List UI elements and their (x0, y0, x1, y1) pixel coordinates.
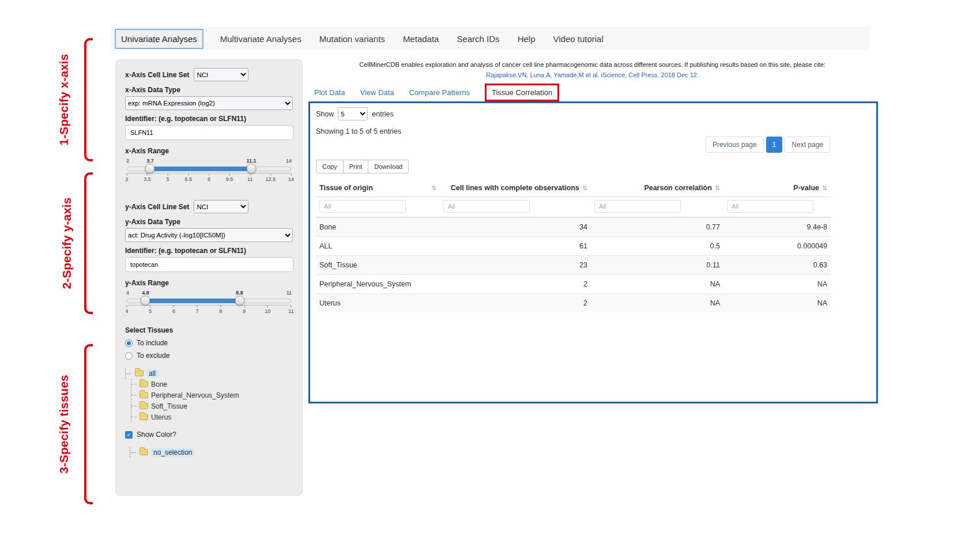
cell-tissue: Bone (316, 218, 440, 236)
folder-icon (140, 403, 148, 409)
page-number-button[interactable]: 1 (766, 137, 783, 153)
folder-icon (135, 370, 144, 376)
x-range-min: 2 (126, 158, 129, 164)
tick-label: 5 (149, 305, 152, 314)
citation-link[interactable]: Rajapakse.VN, Luna.A, Yamade.M et al. iS… (311, 71, 873, 78)
filter-input-cell-lines[interactable] (443, 200, 530, 213)
folder-icon (140, 414, 148, 420)
tree-item-bone-label: Bone (151, 380, 167, 388)
cell-count: 2 (440, 275, 591, 293)
filter-input-pearson[interactable] (594, 200, 681, 213)
y-range-low-value: 4.8 (142, 290, 149, 296)
tab-tissue-correlation[interactable]: Tissue Correlation (485, 84, 559, 101)
showing-entries-text: Showing 1 to 5 of 5 entries (316, 127, 401, 135)
y-cell-line-set-label: y-Axis Cell Line Set (125, 203, 189, 211)
table-row[interactable]: Soft_Tissue 23 0.11 0.63 (316, 255, 831, 274)
tree-item-soft-tissue[interactable]: Soft_Tissue (131, 401, 293, 412)
annotation-step2-label: 2-Specify y-axis (60, 198, 74, 289)
tab-plot-data[interactable]: Plot Data (314, 88, 345, 97)
y-range-min: 4 (126, 290, 129, 296)
annotation-bracket-2 (84, 172, 93, 314)
radio-to-exclude[interactable]: To exclude (125, 352, 293, 360)
folder-icon (140, 392, 148, 398)
tree-item-no-selection[interactable]: no_selection (130, 447, 293, 458)
tab-compare-patterns[interactable]: Compare Patterns (409, 88, 470, 97)
y-cell-line-set-select[interactable]: NCI (194, 200, 248, 213)
column-header-pvalue[interactable]: P-value ⇅ (723, 179, 831, 197)
x-slider-handle-low[interactable] (145, 164, 155, 173)
column-header-tissue[interactable]: Tissue of origin ⇅ (316, 179, 440, 197)
entries-count-select[interactable]: 5 (338, 107, 368, 120)
y-identifier-input[interactable] (125, 257, 293, 272)
tree-item-peripheral-nervous-system[interactable]: Peripheral_Nervous_System (131, 390, 293, 401)
annotation-step1-label: 1-Specify x-axis (57, 54, 71, 146)
nav-tab-video-tutorial[interactable]: Video tutorial (552, 30, 604, 48)
column-header-pearson[interactable]: Pearson correlation ⇅ (591, 179, 723, 197)
print-button[interactable]: Print (343, 160, 369, 173)
sort-icon[interactable]: ⇅ (582, 184, 587, 192)
filter-input-tissue[interactable] (319, 200, 406, 213)
table-row[interactable]: Bone 34 0.77 9.4e-8 (316, 217, 831, 236)
tick-label: 11 (288, 305, 293, 314)
x-range-slider[interactable]: 2 3.7 11.1 14 2 3.5 5 6.5 8 9.5 11 12.5 … (127, 167, 291, 171)
copy-button[interactable]: Copy (316, 160, 344, 173)
tick-label: 4 (125, 305, 128, 314)
x-identifier-label: Identifier: (e.g. topotecan or SLFN11) (125, 115, 293, 123)
cell-pvalue: 9.4e-8 (723, 218, 831, 236)
tree-item-pns-label: Peripheral_Nervous_System (151, 391, 239, 399)
y-data-type-select[interactable]: act: Drug Activity (-log10[IC50M]) (125, 228, 293, 242)
top-navigation: Univariate Analyses Multivariate Analyse… (111, 27, 869, 50)
nav-tab-univariate-analyses[interactable]: Univariate Analyses (115, 29, 203, 49)
x-cell-line-set-select[interactable]: NCI (194, 68, 248, 81)
x-slider-fill (150, 167, 251, 171)
tree-item-all[interactable]: all (125, 368, 293, 379)
tick-label: 7 (196, 305, 199, 314)
tree-item-uterus[interactable]: Uterus (131, 412, 293, 422)
show-color-checkbox[interactable]: Show Color? (125, 431, 293, 439)
sort-icon[interactable]: ⇅ (822, 184, 827, 192)
download-button[interactable]: Download (368, 160, 409, 173)
cell-tissue: Peripheral_Nervous_System (316, 275, 440, 293)
cell-pvalue: NA (723, 275, 831, 293)
x-range-high-value: 11.1 (247, 158, 257, 164)
y-slider-handle-low[interactable] (141, 296, 150, 305)
select-tissues-label: Select Tissues (125, 326, 293, 334)
sort-icon[interactable]: ⇅ (431, 184, 436, 192)
filter-input-pvalue[interactable] (727, 200, 813, 213)
y-range-high-value: 8.8 (236, 290, 243, 296)
x-range-max: 14 (286, 158, 292, 164)
cell-pearson: 0.11 (591, 256, 723, 274)
x-identifier-input[interactable] (125, 125, 293, 140)
radio-to-include[interactable]: To include (125, 339, 293, 347)
column-header-label: Tissue of origin (319, 184, 373, 192)
column-header-cell-lines[interactable]: Cell lines with complete observations ⇅ (440, 179, 591, 197)
tick-label: 12.5 (266, 173, 276, 182)
tissue-tree: all Bone Peripheral_Nervous_System Soft_… (125, 368, 293, 422)
nav-tab-search-ids[interactable]: Search IDs (455, 30, 500, 48)
cell-count: 61 (440, 237, 591, 255)
nav-tab-metadata[interactable]: Metadata (402, 30, 440, 48)
to-include-label: To include (137, 339, 168, 347)
table-body: Bone 34 0.77 9.4e-8 ALL 61 0.5 0.000049 … (316, 217, 831, 312)
checkbox-checked-icon (125, 431, 133, 439)
column-header-label: Cell lines with complete observations (451, 184, 579, 192)
y-slider-fill (145, 299, 239, 303)
tree-item-bone[interactable]: Bone (131, 379, 293, 390)
annotation-bracket-3 (84, 344, 93, 504)
cell-pvalue: 0.000049 (723, 237, 831, 255)
x-data-type-select[interactable]: exp: mRNA Expression (log2) (125, 96, 293, 110)
sort-icon[interactable]: ⇅ (715, 184, 720, 192)
tick-label: 8 (208, 173, 210, 182)
table-row[interactable]: ALL 61 0.5 0.000049 (316, 236, 831, 255)
table-row[interactable]: Peripheral_Nervous_System 2 NA NA (316, 274, 831, 293)
y-range-slider[interactable]: 4 4.8 8.8 11 4 5 6 7 8 9 10 11 (127, 299, 291, 303)
nav-tab-mutation-variants[interactable]: Mutation variants (318, 30, 386, 48)
tab-view-data[interactable]: View Data (360, 88, 394, 97)
nav-tab-help[interactable]: Help (517, 30, 537, 48)
x-slider-handle-high[interactable] (247, 164, 257, 173)
previous-page-button[interactable]: Previous page (706, 137, 764, 153)
y-slider-handle-high[interactable] (235, 296, 244, 305)
table-row[interactable]: Uterus 2 NA NA (316, 293, 831, 312)
next-page-button[interactable]: Next page (785, 137, 830, 153)
nav-tab-multivariate-analyses[interactable]: Multivariate Analyses (219, 30, 303, 48)
